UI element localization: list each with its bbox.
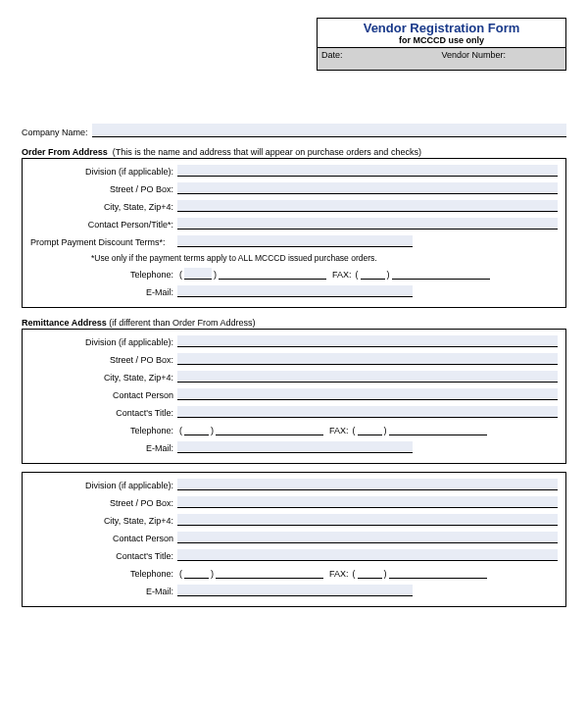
company-name-row: Company Name: bbox=[22, 124, 566, 137]
t3-contact-title-field[interactable] bbox=[177, 549, 558, 561]
of-email-field[interactable] bbox=[177, 285, 413, 297]
order-from-title: Order From Address bbox=[22, 147, 108, 157]
rm-contact-person-field[interactable] bbox=[177, 388, 558, 400]
t3-tel-number[interactable] bbox=[216, 567, 323, 579]
t3-division-field[interactable] bbox=[177, 479, 558, 490]
rm-city-field[interactable] bbox=[177, 371, 558, 383]
t3-fax-number[interactable] bbox=[389, 567, 487, 579]
header-box: Vendor Registration Form for MCCCD use o… bbox=[317, 18, 566, 71]
t3-email-field[interactable] bbox=[177, 585, 413, 596]
of-contact-label: Contact Person/Title*: bbox=[30, 220, 177, 230]
t3-street-field[interactable] bbox=[177, 496, 558, 508]
rm-street-field[interactable] bbox=[177, 353, 558, 365]
t3-city-label: City, State, Zip+4: bbox=[30, 516, 177, 526]
of-terms-field[interactable] bbox=[177, 235, 413, 247]
of-contact-field[interactable] bbox=[177, 218, 558, 230]
rm-email-label: E-Mail: bbox=[30, 443, 177, 453]
rm-division-field[interactable] bbox=[177, 335, 558, 347]
form-subtitle: for MCCCD use only bbox=[318, 35, 565, 48]
rm-email-field[interactable] bbox=[177, 441, 413, 453]
form-title: Vendor Registration Form bbox=[318, 19, 565, 35]
of-telephone-label: Telephone: bbox=[30, 270, 177, 280]
t3-division-label: Division (if applicable): bbox=[30, 481, 177, 490]
rm-tel-number[interactable] bbox=[216, 424, 323, 435]
of-city-label: City, State, Zip+4: bbox=[30, 202, 177, 212]
header-meta: Date: Vendor Number: bbox=[318, 48, 565, 70]
order-from-heading: Order From Address (This is the name and… bbox=[22, 147, 566, 157]
t3-fax-label: FAX: bbox=[323, 569, 351, 579]
order-from-note: (This is the name and address that will … bbox=[113, 147, 421, 157]
remit-heading: Remittance Address (if different than Or… bbox=[22, 318, 566, 328]
rm-city-label: City, State, Zip+4: bbox=[30, 373, 177, 383]
of-email-label: E-Mail: bbox=[30, 287, 177, 297]
of-street-label: Street / PO Box: bbox=[30, 184, 177, 194]
of-city-field[interactable] bbox=[177, 200, 558, 212]
of-fax-label: FAX: bbox=[326, 270, 354, 280]
rm-fax-label: FAX: bbox=[323, 426, 351, 435]
rm-division-label: Division (if applicable): bbox=[30, 337, 177, 347]
rm-fax-area[interactable] bbox=[358, 424, 382, 435]
t3-tel-area[interactable] bbox=[184, 567, 209, 579]
t3-contact-person-label: Contact Person bbox=[30, 534, 177, 543]
rm-contact-person-label: Contact Person bbox=[30, 390, 177, 400]
t3-contact-title-label: Contact's Title: bbox=[30, 551, 177, 561]
rm-street-label: Street / PO Box: bbox=[30, 355, 177, 365]
t3-street-label: Street / PO Box: bbox=[30, 498, 177, 508]
rm-contact-title-label: Contact's Title: bbox=[30, 408, 177, 418]
of-division-label: Division (if applicable): bbox=[30, 167, 177, 177]
third-section: Division (if applicable): Street / PO Bo… bbox=[22, 472, 566, 607]
date-label: Date: bbox=[321, 50, 442, 60]
of-fax-area[interactable] bbox=[361, 268, 385, 280]
of-terms-note: *Use only if the payment terms apply to … bbox=[91, 253, 558, 263]
t3-fax-area[interactable] bbox=[358, 567, 382, 579]
remit-note: (if different than Order From Address) bbox=[109, 318, 255, 328]
of-division-field[interactable] bbox=[177, 165, 558, 177]
t3-email-label: E-Mail: bbox=[30, 587, 177, 596]
rm-tel-area[interactable] bbox=[184, 424, 209, 435]
order-from-section: Division (if applicable): Street / PO Bo… bbox=[22, 158, 566, 308]
of-fax-number[interactable] bbox=[392, 268, 490, 280]
rm-fax-number[interactable] bbox=[389, 424, 487, 435]
remit-title: Remittance Address bbox=[22, 318, 107, 328]
vendor-number-label: Vendor Number: bbox=[442, 50, 563, 60]
company-name-label: Company Name: bbox=[22, 128, 92, 137]
rm-contact-title-field[interactable] bbox=[177, 406, 558, 418]
of-tel-number[interactable] bbox=[219, 268, 326, 280]
of-street-field[interactable] bbox=[177, 182, 558, 194]
t3-city-field[interactable] bbox=[177, 514, 558, 526]
remit-section: Division (if applicable): Street / PO Bo… bbox=[22, 329, 566, 464]
of-tel-area[interactable] bbox=[184, 268, 212, 280]
t3-telephone-label: Telephone: bbox=[30, 569, 177, 579]
company-name-field[interactable] bbox=[92, 124, 566, 137]
of-terms-label: Prompt Payment Discount Terms*: bbox=[30, 237, 177, 247]
rm-telephone-label: Telephone: bbox=[30, 426, 177, 435]
t3-contact-person-field[interactable] bbox=[177, 532, 558, 543]
